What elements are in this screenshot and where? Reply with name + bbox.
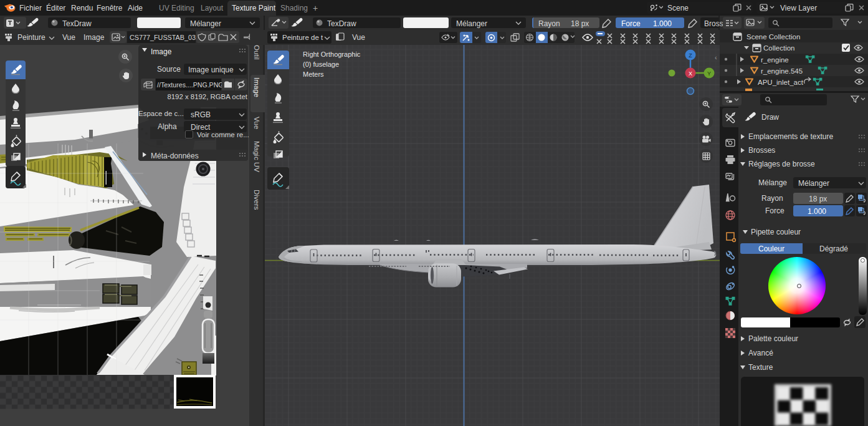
svg-text:Z: Z — [689, 52, 692, 59]
svg-text:X: X — [689, 70, 692, 77]
svg-text:Y: Y — [707, 70, 711, 77]
